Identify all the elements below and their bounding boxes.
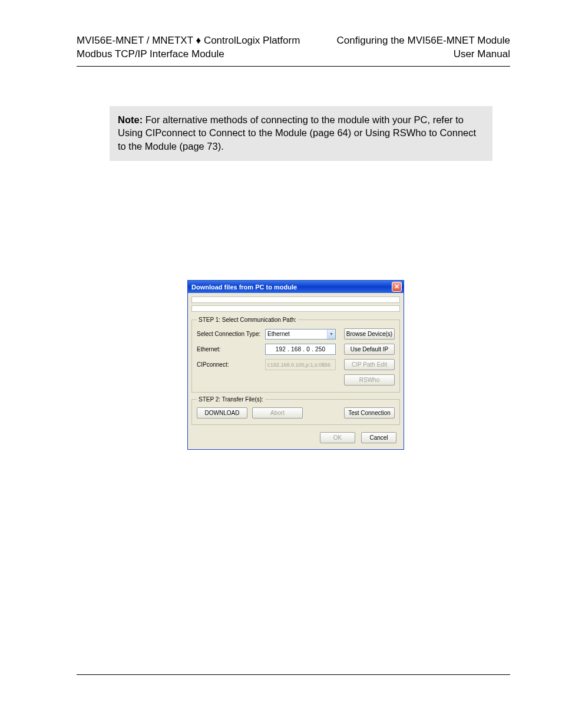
step2-row: DOWNLOAD Abort Test Connection <box>197 407 395 419</box>
close-icon: ✕ <box>394 283 399 291</box>
dialog-title: Download files from PC to module <box>191 284 297 291</box>
download-dialog: Download files from PC to module ✕ STEP … <box>187 280 404 450</box>
abort-button: Abort <box>252 407 303 419</box>
note-label: Note: <box>118 114 143 125</box>
step2-fieldset: STEP 2: Transfer File(s): DOWNLOAD Abort… <box>191 396 400 425</box>
header-right-line2: User Manual <box>337 48 511 61</box>
dialog-footer: OK Cancel <box>191 429 400 444</box>
ip-octet-1: 192 <box>274 346 287 353</box>
connection-type-label: Select Connection Type: <box>197 331 265 337</box>
header-right-line1: Configuring the MVI56E-MNET Module <box>337 34 511 48</box>
ip-address-input[interactable]: 192. 168. 0. 250 <box>265 344 336 355</box>
footer-rule <box>77 674 510 675</box>
close-button[interactable]: ✕ <box>392 282 402 292</box>
header-left-line2: Modbus TCP/IP Interface Module <box>77 48 300 61</box>
step1-legend: STEP 1: Select Communication Path: <box>197 317 298 323</box>
header-right: Configuring the MVI56E-MNET Module User … <box>337 34 511 61</box>
connection-type-value: Ethernet <box>267 331 290 337</box>
titlebar[interactable]: Download files from PC to module ✕ <box>188 281 404 293</box>
page-header: MVI56E-MNET / MNETXT ♦ ControlLogix Plat… <box>77 34 510 61</box>
header-left: MVI56E-MNET / MNETXT ♦ ControlLogix Plat… <box>77 34 300 61</box>
cancel-button[interactable]: Cancel <box>361 432 396 443</box>
row-cipconnect: CIPconnect: t:192.168.0.100,p:1,s:0$56 C… <box>197 358 395 371</box>
chevron-down-icon: ▼ <box>327 330 335 339</box>
download-button[interactable]: DOWNLOAD <box>197 407 247 419</box>
ip-octet-3: 0 <box>305 346 312 353</box>
step2-legend: STEP 2: Transfer File(s): <box>197 396 265 403</box>
progress-bar-2 <box>191 305 400 312</box>
step1-fieldset: STEP 1: Select Communication Path: Selec… <box>191 317 400 393</box>
note-text: For alternative methods of connecting to… <box>118 114 476 151</box>
row-connection-type: Select Connection Type: Ethernet ▼ Brows… <box>197 328 395 340</box>
ethernet-label: Ethernet: <box>197 346 265 353</box>
diamond-icon: ♦ <box>196 35 201 46</box>
ip-octet-2: 168 <box>289 346 303 353</box>
rswho-button: RSWho <box>344 374 395 386</box>
progress-bars <box>191 297 400 312</box>
header-platform: ControlLogix Platform <box>201 35 300 46</box>
cipconnect-label: CIPconnect: <box>197 361 265 368</box>
use-default-ip-button[interactable]: Use Default IP <box>344 344 395 355</box>
header-product: MVI56E-MNET / MNETXT <box>77 35 196 46</box>
row-ethernet: Ethernet: 192. 168. 0. 250 Use Default I… <box>197 343 395 355</box>
browse-devices-button[interactable]: Browse Device(s) <box>344 328 395 340</box>
test-connection-button[interactable]: Test Connection <box>344 407 395 419</box>
cip-path-edit-button: CIP Path Edit <box>344 359 395 370</box>
ok-button: OK <box>320 432 355 443</box>
row-rswho: RSWho <box>197 374 395 386</box>
connection-type-select[interactable]: Ethernet ▼ <box>265 329 336 340</box>
cipconnect-input: t:192.168.0.100,p:1,s:0$56 <box>265 359 336 370</box>
dialog-body: STEP 1: Select Communication Path: Selec… <box>188 293 404 449</box>
header-rule <box>77 66 510 67</box>
progress-bar-1 <box>191 297 400 303</box>
ip-octet-4: 250 <box>313 346 327 353</box>
header-left-line1: MVI56E-MNET / MNETXT ♦ ControlLogix Plat… <box>77 34 300 48</box>
note-box: Note: For alternative methods of connect… <box>110 106 492 161</box>
